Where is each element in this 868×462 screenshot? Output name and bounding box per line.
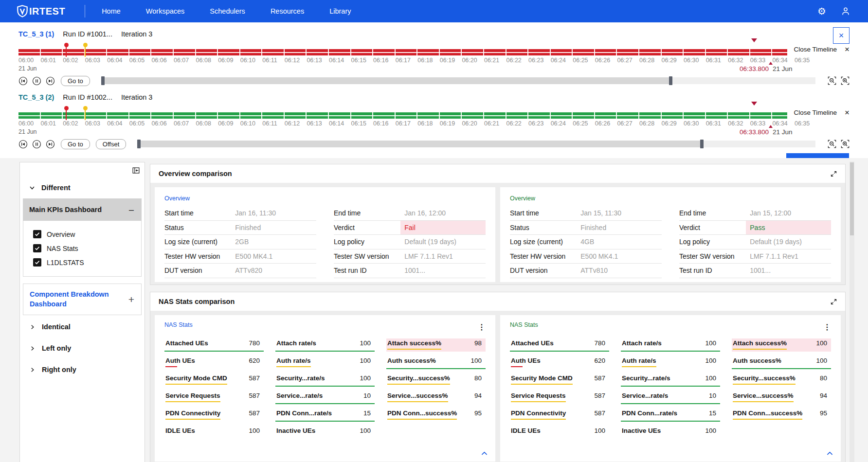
- metric-label: Inactive UEs: [276, 427, 315, 437]
- expand-panel-icon[interactable]: [830, 298, 837, 305]
- dashboard-checkbox-row[interactable]: NAS Stats: [33, 241, 136, 255]
- metric-value: 98: [474, 339, 482, 347]
- dashboard-checkbox-row[interactable]: Overview: [33, 227, 136, 241]
- metric-value: 100: [705, 339, 716, 347]
- nas-stats-comparison-panel: NAS Stats comparison NAS Stats⋮Attached …: [150, 292, 846, 462]
- timeline-pin-yellow[interactable]: [85, 45, 86, 57]
- skip-to-end-button[interactable]: [46, 76, 55, 86]
- goto-button[interactable]: Go to: [61, 76, 90, 86]
- tick-label: 06:10: [240, 57, 255, 64]
- metric-label: Security...rate/s: [276, 374, 325, 385]
- section-different[interactable]: Different: [29, 184, 145, 192]
- nav-item-home[interactable]: Home: [102, 7, 121, 15]
- zoom-out-button[interactable]: [828, 76, 836, 85]
- settings-gear-icon[interactable]: ⚙: [817, 6, 826, 16]
- tick-label: 06:06: [151, 57, 166, 64]
- collapse-card-button[interactable]: [481, 451, 488, 456]
- field-value: Jan 15, 12:00: [746, 206, 831, 220]
- tick-label: 06:04: [107, 120, 122, 127]
- section-identical[interactable]: Identical: [20, 317, 145, 337]
- scrollbar-handle-left[interactable]: [101, 76, 105, 85]
- timeline-marker-icon: [751, 102, 757, 106]
- nav-item-library[interactable]: Library: [329, 7, 351, 15]
- close-timeline-button[interactable]: Close Timeline: [794, 109, 837, 116]
- field-value: ATTv820: [231, 264, 316, 278]
- metric-label: Security...success%: [387, 374, 450, 385]
- metric-label: IDLE UEs: [511, 427, 541, 437]
- user-profile-icon[interactable]: [841, 6, 850, 16]
- tick-label: 06:09: [218, 57, 233, 64]
- overview-field-status: StatusFinished: [510, 221, 662, 235]
- selected-dashboard-label: Main KPIs Dashboard: [29, 206, 102, 213]
- metric-label: Service...success%: [733, 392, 794, 402]
- overview-field-verdict: VerdictFail: [334, 221, 486, 235]
- close-timeline-button[interactable]: Close Timeline: [794, 46, 837, 53]
- close-timeline-x-icon[interactable]: ×: [845, 45, 850, 53]
- close-timeline-x-icon[interactable]: ×: [845, 108, 850, 117]
- metric-label: Security...rate/s: [622, 374, 670, 385]
- metric-value: 95: [474, 409, 482, 417]
- nav-item-workspaces[interactable]: Workspaces: [146, 7, 185, 15]
- chevron-right-icon: [30, 324, 35, 330]
- section-left-only[interactable]: Left only: [20, 338, 145, 358]
- main-kpis-dashboard-item[interactable]: Main KPIs Dashboard –: [23, 198, 142, 221]
- plus-icon[interactable]: +: [128, 294, 134, 305]
- checkbox-nas-stats[interactable]: [33, 244, 41, 252]
- metric-label: PDN Connectivity: [511, 409, 566, 420]
- component-breakdown-dashboard-item[interactable]: Component Breakdown Dashboard +: [23, 284, 142, 315]
- timeline-scrollbar[interactable]: [101, 77, 815, 84]
- metric-label: PDN Conn...success%: [387, 409, 457, 420]
- metric-service-success: Service...success%94: [386, 391, 486, 404]
- kebab-menu-icon[interactable]: ⋮: [823, 322, 831, 332]
- metric-label: Attach rate/s: [276, 339, 316, 350]
- timeline-name[interactable]: TC_5_3 (2): [18, 93, 54, 101]
- checkbox-l1dlstats[interactable]: [33, 258, 41, 267]
- field-label: Test run ID: [679, 264, 746, 278]
- brand-logo[interactable]: IRTEST: [17, 5, 65, 18]
- collapse-minus-icon[interactable]: –: [129, 205, 134, 215]
- scrollbar-handle-right[interactable]: [669, 76, 672, 85]
- card-title: Overview: [510, 195, 535, 202]
- timeline-marker-label: 06:33.80021 Jun: [740, 128, 793, 136]
- metric-attached-ues: Attached UEs780: [164, 338, 264, 352]
- close-timelines-button[interactable]: ×: [833, 27, 850, 44]
- dashboard-checkbox-row[interactable]: L1DLSTATS: [33, 255, 136, 269]
- vertical-scrollbar[interactable]: [850, 161, 854, 462]
- overview-field-log-size-current: Log size (current)2GB: [164, 235, 316, 249]
- timeline-pin-red[interactable]: [66, 45, 67, 57]
- timeline-pin-yellow[interactable]: [85, 108, 86, 120]
- skip-to-end-button[interactable]: [46, 140, 55, 149]
- section-right-only[interactable]: Right only: [20, 360, 145, 379]
- kebab-menu-icon[interactable]: ⋮: [478, 322, 486, 332]
- field-value: Finished: [577, 221, 662, 235]
- timeline-track[interactable]: [18, 43, 787, 55]
- collapse-sidebar-icon[interactable]: [132, 166, 140, 175]
- marker-time: 06:33.800: [740, 65, 769, 72]
- field-value: Pass: [746, 221, 831, 235]
- metric-pdn-conn-success: PDN Conn...success%95: [386, 409, 486, 422]
- zoom-out-button[interactable]: [828, 140, 836, 148]
- nav-item-schedulers[interactable]: Schedulers: [210, 7, 245, 15]
- expand-panel-icon[interactable]: [830, 170, 837, 178]
- timeline-track[interactable]: [18, 106, 787, 119]
- zoom-in-button[interactable]: [841, 140, 850, 148]
- overview-field-tester-hw-version: Tester HW versionE500 MK4.1: [164, 249, 316, 264]
- nas-card-left: NAS Stats⋮Attached UEs780Attach rate/s10…: [155, 315, 495, 462]
- checkbox-overview[interactable]: [33, 230, 41, 238]
- skip-to-start-button[interactable]: [18, 76, 28, 86]
- timeline-scrollbar[interactable]: [137, 141, 815, 147]
- zoom-in-button[interactable]: [841, 76, 850, 85]
- timeline-pin-red[interactable]: [66, 108, 67, 120]
- skip-to-start-button[interactable]: [18, 140, 28, 149]
- scrollbar-handle-right[interactable]: [700, 140, 704, 148]
- goto-button[interactable]: Go to: [61, 139, 90, 149]
- nav-item-resources[interactable]: Resources: [271, 7, 304, 15]
- pause-button[interactable]: [32, 140, 41, 149]
- scrollbar-handle-left[interactable]: [137, 140, 141, 148]
- timeline-name[interactable]: TC_5_3 (1): [18, 30, 54, 38]
- tick-label: 06:03: [85, 120, 100, 127]
- pause-button[interactable]: [32, 76, 41, 86]
- collapse-card-button[interactable]: [827, 451, 833, 456]
- offset-button[interactable]: Offset: [96, 139, 126, 149]
- metric-value: 587: [249, 409, 260, 417]
